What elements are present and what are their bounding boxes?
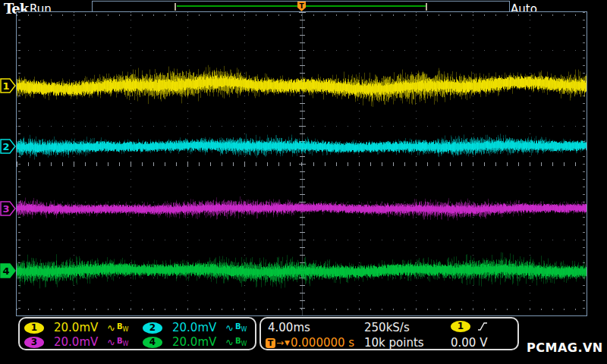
record-length: 10k points [364, 336, 424, 350]
time-scale: 4.00ms [268, 321, 310, 334]
channel-3-readout: 3 20.0mV ∿BW [24, 335, 128, 349]
channel-readouts-box: 1 20.0mV ∿BW 2 20.0mV ∿BW 3 20.0mV ∿BW 4… [18, 317, 256, 350]
horizontal-trigger-readouts-box: 4.00ms 250kS/s 1 T→▼0.000000 s 10k point… [259, 317, 519, 350]
svg-text:1: 1 [2, 80, 9, 92]
bandwidth-limit-icon: B [117, 322, 123, 331]
ac-coupling-icon: ∿ [107, 322, 115, 334]
svg-text:T: T [299, 2, 304, 10]
channel-1-scale: 20.0mV [54, 321, 102, 334]
channel-2-badge: 2 [143, 322, 162, 334]
channel-1-readout: 1 20.0mV ∿BW [24, 321, 128, 334]
trigger-delay-time: 0.000000 s [291, 336, 354, 350]
channel-4-badge: 4 [143, 337, 162, 348]
channel-4-readout: 4 20.0mV ∿BW [143, 335, 247, 349]
sample-rate: 250kS/s [364, 321, 410, 334]
channel-3-marker: 3 [0, 201, 17, 216]
trigger-slope-rising-icon [476, 321, 489, 332]
channel-3-scale: 20.0mV [54, 335, 102, 349]
channel-4-scale: 20.0mV [172, 335, 221, 349]
svg-text:4: 4 [2, 265, 9, 277]
trigger-delay-readout: T→▼0.000000 s [266, 336, 354, 350]
ac-coupling-icon: ∿ [225, 322, 234, 334]
expansion-bracket-left-icon [175, 3, 176, 11]
channel-2-scale: 20.0mV [172, 321, 221, 334]
channel-4-marker: 4 [0, 263, 17, 278]
channel-3-badge: 3 [24, 337, 44, 348]
triangle-down-icon: ▼ [285, 338, 290, 348]
watermark: PCMAG.VN [527, 340, 603, 355]
bandwidth-limit-icon: B [235, 337, 241, 345]
trigger-source: 1 [451, 321, 489, 332]
oscilloscope-screen: Tek Run T Auto T 1 2 3 4 [0, 0, 607, 364]
trigger-source-badge: 1 [451, 321, 470, 332]
channel-1-badge: 1 [24, 322, 44, 334]
bandwidth-limit-icon: B [235, 322, 241, 331]
ac-coupling-icon: ∿ [225, 337, 234, 348]
waveform-canvas [17, 12, 587, 315]
svg-text:3: 3 [2, 203, 9, 215]
svg-text:2: 2 [2, 141, 9, 152]
trigger-delay-icon: T [266, 338, 275, 348]
expansion-bracket-right-icon [426, 3, 427, 11]
channel-2-marker: 2 [0, 139, 17, 154]
graticule [16, 11, 587, 316]
channel-1-marker: 1 [0, 78, 17, 93]
bandwidth-limit-icon: B [117, 337, 123, 345]
trigger-position-small-icon: T [297, 2, 307, 12]
trigger-level: 0.00 V [451, 336, 487, 350]
channel-2-readout: 2 20.0mV ∿BW [143, 321, 247, 334]
ac-coupling-icon: ∿ [107, 337, 115, 348]
arrow-right-icon: → [276, 338, 284, 348]
